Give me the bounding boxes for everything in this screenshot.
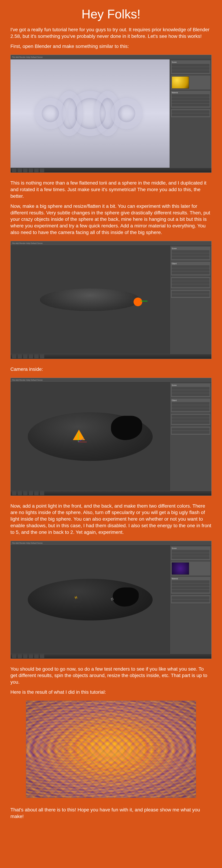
result-render bbox=[26, 701, 196, 798]
panel-object: Object bbox=[172, 262, 210, 265]
paragraph-2: This is nothing more than a few flattene… bbox=[10, 180, 212, 199]
dark-objects bbox=[113, 587, 139, 607]
light-dot-icon bbox=[75, 597, 76, 598]
panel-scene: Scene bbox=[172, 248, 210, 249]
intro-paragraph-1: I've got a really fun tutorial here for … bbox=[10, 26, 212, 39]
orange-object bbox=[133, 298, 142, 306]
paragraph-5: You should be good to go now, so do a fe… bbox=[10, 666, 212, 685]
side-panel: Scene Material bbox=[170, 546, 212, 654]
viewport-1 bbox=[10, 59, 170, 168]
flattened-sphere bbox=[40, 288, 140, 311]
material-preview-yellow bbox=[172, 76, 189, 89]
side-panel: Scene Material bbox=[170, 59, 212, 168]
screenshot-2-flat-sphere: File Add Render Help Default Scene Scene… bbox=[10, 241, 212, 359]
point-light-back-icon bbox=[111, 598, 114, 600]
viewport-4 bbox=[10, 546, 170, 654]
page-title: Hey Folks! bbox=[10, 7, 212, 21]
blender-topbar: File Add Render Help Default Scene bbox=[10, 55, 212, 59]
viewport-3 bbox=[10, 382, 170, 491]
paragraph-6: Here is the result of what I did in this… bbox=[10, 689, 212, 695]
side-panel: Scene Object bbox=[170, 246, 212, 354]
panel-object: Object bbox=[172, 399, 210, 401]
panel-material: Material bbox=[172, 578, 210, 580]
camera-caption: Camera inside: bbox=[10, 366, 212, 373]
camera-icon bbox=[73, 430, 85, 440]
screenshot-1-torii: File Add Render Help Default Scene Scene bbox=[10, 55, 212, 173]
material-preview-purple bbox=[172, 562, 189, 575]
intro-paragraph-2: First, open Blender and make something s… bbox=[10, 43, 212, 50]
torii-objects bbox=[38, 88, 142, 140]
taskbar bbox=[10, 654, 212, 659]
dark-objects bbox=[111, 416, 142, 440]
sphere-with-lights bbox=[28, 579, 153, 620]
screenshot-4-lights: File Add Render Help Default Scene Scene bbox=[10, 541, 212, 659]
screenshot-3-camera-inside: File Add Render Help Default Scene Scene bbox=[10, 378, 212, 496]
side-panel: Scene Object bbox=[170, 382, 212, 491]
blender-topbar: File Add Render Help Default Scene bbox=[10, 378, 212, 382]
sphere-interior bbox=[28, 412, 153, 461]
paragraph-3: Now, make a big sphere and resize/flatte… bbox=[10, 203, 212, 236]
panel-scene: Scene bbox=[172, 61, 210, 63]
panel-material: Material bbox=[172, 92, 210, 94]
taskbar bbox=[10, 491, 212, 496]
gizmo-arrow-icon bbox=[140, 301, 148, 301]
taskbar bbox=[10, 354, 212, 359]
blender-topbar: File Add Render Help Default Scene bbox=[10, 541, 212, 546]
outro-paragraph: That's about all there is to this! Hope … bbox=[10, 807, 212, 820]
blender-topbar: File Add Render Help Default Scene bbox=[10, 241, 212, 246]
paragraph-4: Now, add a point light in the front, and… bbox=[10, 503, 212, 535]
panel-scene: Scene bbox=[172, 547, 210, 549]
taskbar bbox=[10, 168, 212, 173]
viewport-2 bbox=[10, 246, 170, 354]
panel-scene: Scene bbox=[172, 384, 210, 386]
